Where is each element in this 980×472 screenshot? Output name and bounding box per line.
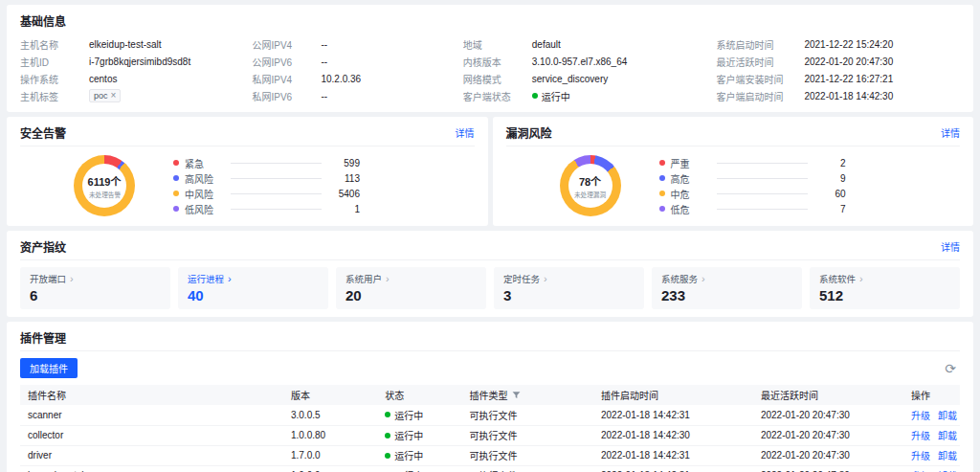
basic-info-card: 基础信息 主机名称 elkeidup-test-salt 主机ID i-7grb… — [7, 5, 973, 112]
legend-leader-line — [717, 163, 808, 164]
security-alerts-title: 安全告警 — [20, 124, 66, 141]
upgrade-link[interactable]: 升级 — [911, 411, 930, 421]
asset-fingerprint-detail-link[interactable]: 详情 — [941, 239, 960, 254]
legend-dot-icon — [659, 160, 665, 166]
field-label: 公网IPV6 — [252, 55, 321, 69]
field-value: centos — [89, 74, 117, 84]
alerts-donut-chart: 6119个 未处理告警 — [74, 155, 135, 216]
field-label: 客户端安装时间 — [716, 72, 804, 86]
vuln-total-label: 未处理漏洞 — [574, 190, 606, 199]
asset-fingerprint-card: 资产指纹 详情 开放端口› 6 运行进程› 40 系统用户› 20 定时任务› … — [7, 231, 973, 317]
info-field-boot-time: 系统启动时间 2021-12-22 15:24:20 — [716, 35, 960, 53]
plugin-status: 运行中 — [377, 445, 461, 465]
field-label: 操作系统 — [20, 72, 89, 86]
alerts-legend: 紧急 599 高风险 113 中风险 5406 — [173, 155, 360, 216]
security-alerts-card: 安全告警 详情 6119个 未处理告警 紧急 599 — [7, 117, 488, 226]
field-value: elkeidup-test-salt — [89, 39, 162, 50]
plugin-type: 可执行文件 — [462, 425, 593, 445]
upgrade-link[interactable]: 升级 — [911, 431, 930, 441]
info-field-client-start-time: 客户端启动时间 2022-01-18 14:42:30 — [716, 87, 960, 104]
field-value: -- — [321, 56, 327, 67]
field-value: -- — [321, 91, 327, 101]
plugin-name: collector — [20, 425, 283, 445]
stat-system-software[interactable]: 系统软件› 512 — [810, 267, 960, 309]
uninstall-link[interactable]: 卸载 — [938, 451, 957, 461]
stat-running-processes[interactable]: 运行进程› 40 — [178, 267, 328, 309]
legend-item: 低危 7 — [659, 201, 846, 216]
plugin-name: driver — [20, 445, 283, 465]
plugin-version: 1.0.0.80 — [283, 425, 377, 445]
chevron-right-icon: › — [544, 274, 547, 284]
vuln-donut-center: 78个 未处理漏洞 — [568, 164, 612, 208]
legend-item: 高风险 113 — [173, 170, 360, 186]
host-detail-page: 基础信息 主机名称 elkeidup-test-salt 主机ID i-7grb… — [0, 0, 980, 472]
legend-leader-line — [231, 178, 322, 179]
plugin-version: 1.7.0.0 — [283, 445, 377, 465]
legend-dot-icon — [659, 191, 665, 196]
security-alerts-detail-link[interactable]: 详情 — [456, 125, 475, 140]
info-field-region: 地域 default — [463, 35, 707, 53]
plugin-table-header-row: 插件名称 版本 状态 插件类型 插件启动时间 最近活跃时间 操作 — [20, 385, 960, 405]
running-status-dot-icon — [385, 412, 390, 417]
plugin-active-time: 2022-01-20 20:47:30 — [753, 445, 903, 465]
field-label: 客户端状态 — [463, 89, 532, 103]
info-column-4: 系统启动时间 2021-12-22 15:24:20 最近活跃时间 2022-0… — [716, 35, 960, 104]
vulnerability-risk-title: 漏洞风险 — [506, 124, 552, 141]
chevron-right-icon: › — [228, 274, 232, 284]
legend-item: 高危 9 — [659, 170, 846, 186]
stat-open-ports[interactable]: 开放端口› 6 — [20, 267, 170, 309]
plugin-version: 3.0.0.5 — [283, 405, 377, 425]
info-field-os: 操作系统 centos — [20, 70, 242, 87]
asset-fingerprint-title: 资产指纹 — [20, 238, 66, 255]
info-column-1: 主机名称 elkeidup-test-salt 主机ID i-7grb8kqje… — [20, 35, 242, 104]
uninstall-link[interactable]: 卸载 — [938, 431, 957, 441]
plugin-toolbar: 加载插件 ⟳ — [20, 358, 960, 378]
info-field-hostname: 主机名称 elkeidup-test-salt — [20, 35, 242, 53]
plugin-type: 可执行文件 — [462, 445, 593, 465]
plugin-management-card: 插件管理 加载插件 ⟳ 插件名称 版本 状态 插件类型 — [7, 322, 973, 472]
plugin-active-time: 2022-01-20 20:47:30 — [753, 465, 903, 472]
legend-item: 中危 60 — [659, 186, 846, 201]
plugin-start-time: 2022-01-18 14:42:31 — [593, 445, 753, 465]
plugin-actions: 升级卸载 — [903, 445, 960, 465]
filter-icon[interactable] — [512, 391, 521, 399]
running-status-dot-icon — [385, 433, 390, 438]
field-value: i-7grb8kqjersimibd9sd8t — [89, 56, 190, 67]
vulnerability-detail-link[interactable]: 详情 — [941, 125, 960, 140]
vuln-legend: 严重 2 高危 9 中危 60 — [659, 155, 846, 216]
stat-system-services[interactable]: 系统服务› 233 — [652, 267, 802, 309]
col-plugin-type: 插件类型 — [462, 385, 593, 405]
legend-dot-icon — [659, 175, 665, 181]
field-label: 公网IPV4 — [252, 37, 321, 52]
plugin-management-title: 插件管理 — [20, 329, 66, 346]
plugin-type: 可执行文件 — [462, 465, 593, 472]
info-field-network-mode: 网络模式 service_discovery — [463, 70, 707, 87]
stat-cron-jobs[interactable]: 定时任务› 3 — [494, 267, 644, 309]
field-label: 主机标签 — [20, 89, 89, 103]
security-alerts-chart: 6119个 未处理告警 紧急 599 高风险 113 — [20, 153, 475, 218]
legend-dot-icon — [173, 206, 179, 212]
info-field-client-status: 客户端状态 运行中 — [463, 87, 707, 104]
alerts-total-value: 6119个 — [88, 173, 122, 189]
charts-row: 安全告警 详情 6119个 未处理告警 紧急 599 — [7, 117, 973, 226]
load-plugin-button[interactable]: 加载插件 — [20, 358, 78, 378]
legend-item: 紧急 599 — [173, 155, 360, 170]
field-value: 2022-01-18 14:42:30 — [804, 91, 893, 101]
legend-dot-icon — [659, 206, 665, 212]
info-field-kernel: 内核版本 3.10.0-957.el7.x86_64 — [463, 53, 707, 70]
refresh-icon[interactable]: ⟳ — [941, 360, 960, 377]
upgrade-link[interactable]: 升级 — [911, 451, 930, 461]
chevron-right-icon: › — [859, 274, 863, 284]
field-label: 网络模式 — [463, 72, 532, 86]
stat-system-users[interactable]: 系统用户› 20 — [336, 267, 486, 309]
asset-stats-grid: 开放端口› 6 运行进程› 40 系统用户› 20 定时任务› 3 系统服务› … — [20, 267, 960, 309]
host-tag[interactable]: poc × — [89, 89, 121, 102]
plugin-actions: 升级卸载 — [903, 425, 960, 445]
col-status: 状态 — [377, 385, 461, 405]
basic-info-title: 基础信息 — [20, 12, 66, 29]
info-field-last-active-time: 最近活跃时间 2022-01-20 20:47:30 — [716, 53, 960, 70]
tag-remove-icon[interactable]: × — [111, 91, 117, 101]
uninstall-link[interactable]: 卸载 — [938, 411, 957, 421]
basic-info-grid: 主机名称 elkeidup-test-salt 主机ID i-7grb8kqje… — [20, 35, 960, 104]
col-actions: 操作 — [903, 385, 960, 405]
